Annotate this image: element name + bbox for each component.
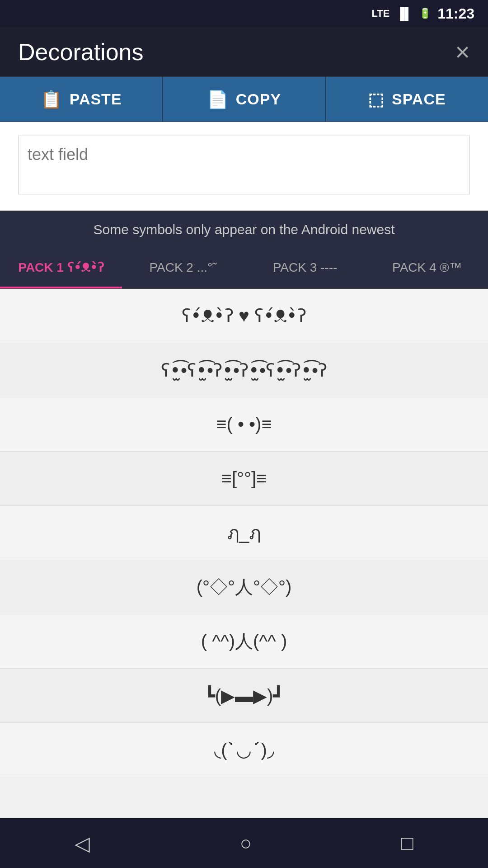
tab-pack3[interactable]: PACK 3 ---- (244, 248, 366, 288)
battery-icon: 🔋 (419, 8, 431, 19)
symbol-text: ʕ•̫͡•ʕ•̫͡•ʔ•̫͡•ʔ•̫͡•ʕ•̫͡•ʔ•̫͡•ʔ (161, 360, 327, 381)
back-icon: ◁ (75, 832, 90, 855)
symbol-row[interactable]: ฦ_ฦ (0, 506, 488, 560)
tab-pack3-label: PACK 3 ---- (273, 260, 338, 275)
nav-bar: ◁ ○ □ (0, 818, 488, 868)
info-text-wrap: Some symbols only appear on the Android … (0, 211, 488, 248)
symbol-text: ( ^^)人(^^ ) (201, 629, 287, 654)
home-icon: ○ (239, 832, 252, 854)
recent-button[interactable]: □ (401, 832, 413, 854)
symbol-text: ฦ_ฦ (227, 519, 261, 547)
paste-label: PASTE (70, 90, 122, 108)
symbol-row[interactable]: ≡[°°]≡ (0, 452, 488, 506)
symbol-text: ≡( • •)≡ (216, 414, 272, 434)
toolbar: 📋 PASTE 📄 COPY ⬚ SPACE (0, 77, 488, 122)
space-label: SPACE (392, 90, 446, 108)
symbol-text: ʕ•́ᴥ•̀ʔ ♥ ʕ•́ᴥ•̀ʔ (182, 305, 306, 326)
paste-icon: 📋 (41, 90, 62, 109)
copy-label: COPY (236, 90, 281, 108)
time-display: 11:23 (437, 5, 474, 22)
symbol-text: ┗(▶▬▶)┛ (204, 685, 284, 706)
copy-icon: 📄 (207, 90, 229, 109)
signal-bars-icon: ▐▌ (396, 7, 413, 21)
tab-pack1[interactable]: PACK 1 ʕ•́ᴥ•̀ʔ (0, 248, 122, 288)
symbol-row[interactable]: ( ^^)人(^^ ) (0, 614, 488, 669)
home-button[interactable]: ○ (239, 832, 252, 854)
tab-pack2-label: PACK 2 ...°˜ (149, 260, 216, 275)
symbol-row[interactable]: ┗(▶▬▶)┛ (0, 669, 488, 723)
text-input-area (0, 122, 488, 211)
symbol-row[interactable]: ʕ•́ᴥ•̀ʔ ♥ ʕ•́ᴥ•̀ʔ (0, 289, 488, 343)
symbol-row[interactable]: ◟(˙̀◡˙́)◞ (0, 723, 488, 777)
paste-button[interactable]: 📋 PASTE (0, 77, 163, 122)
tab-pack4-label: PACK 4 ®™ (392, 260, 462, 275)
space-icon: ⬚ (368, 90, 385, 109)
symbol-row[interactable]: ≡( • •)≡ (0, 397, 488, 452)
symbol-row[interactable]: (°◇°人°◇°) (0, 560, 488, 614)
app-header: Decorations × (0, 27, 488, 77)
symbols-list: ʕ•́ᴥ•̀ʔ ♥ ʕ•́ᴥ•̀ʔ ʕ•̫͡•ʕ•̫͡•ʔ•̫͡•ʔ•̫͡•ʕ•… (0, 289, 488, 831)
copy-button[interactable]: 📄 COPY (163, 77, 325, 122)
symbol-row[interactable]: ʕ•̫͡•ʕ•̫͡•ʔ•̫͡•ʔ•̫͡•ʕ•̫͡•ʔ•̫͡•ʔ (0, 343, 488, 397)
tab-pack2[interactable]: PACK 2 ...°˜ (122, 248, 244, 288)
lte-icon: LTE (371, 8, 389, 19)
close-button[interactable]: × (455, 39, 470, 65)
symbol-text: (°◇°人°◇°) (197, 575, 292, 599)
recent-icon: □ (401, 832, 413, 854)
info-text: Some symbols only appear on the Android … (93, 222, 394, 237)
back-button[interactable]: ◁ (75, 832, 90, 855)
tab-pack1-label: PACK 1 ʕ•́ᴥ•̀ʔ (18, 260, 103, 275)
tabs-bar: PACK 1 ʕ•́ᴥ•̀ʔ PACK 2 ...°˜ PACK 3 ---- … (0, 248, 488, 289)
status-bar-right: LTE ▐▌ 🔋 11:23 (371, 5, 474, 22)
app-title: Decorations (18, 38, 143, 66)
text-input[interactable] (18, 136, 470, 194)
status-bar: LTE ▐▌ 🔋 11:23 (0, 0, 488, 27)
symbol-text: ◟(˙̀◡˙́)◞ (214, 740, 274, 760)
symbol-text: ≡[°°]≡ (221, 468, 267, 489)
space-button[interactable]: ⬚ SPACE (326, 77, 488, 122)
tab-pack4[interactable]: PACK 4 ®™ (366, 248, 488, 288)
